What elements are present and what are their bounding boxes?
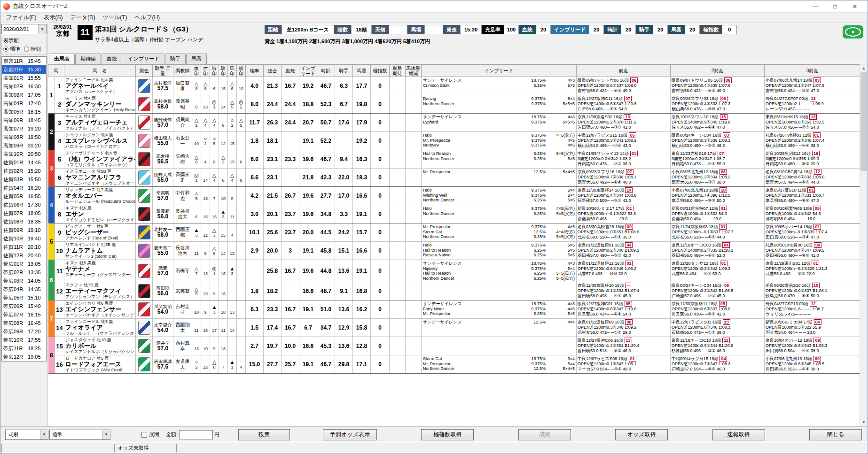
inbreed-cross: 5+5(父方) — [546, 151, 575, 156]
race-list-item[interactable]: 高知09R20:20 — [2, 141, 46, 150]
col-prev2: 2前走 — [671, 65, 765, 77]
jockey-silks-icon — [138, 79, 150, 93]
race-list-item[interactable]: 帯広11R18:25 — [2, 344, 46, 353]
race-list-item[interactable]: 佐賀03R15:50 — [2, 175, 46, 184]
race-list-item[interactable]: 高知01R15:55 — [2, 74, 46, 82]
scroll-up-icon[interactable]: ▲ — [860, 64, 868, 72]
table-row[interactable]: 8キズナ 牝6 鹿エサンメイショウドモビレ（ハーツクライ）斎藤新56.0長谷川浩… — [48, 205, 860, 223]
inbreed-percent: 6.25% — [525, 83, 546, 88]
order-radio[interactable]: 標準 — [3, 46, 20, 53]
maximize-button[interactable]: □ — [825, 0, 845, 13]
table-row[interactable]: 611キズナ 牡5 黒鹿ヤテナメステラーホープ（グラスワンダー）武豊57.0石橋… — [48, 260, 860, 282]
table-row[interactable]: 16ロードカナロア 牡5 鹿ロードフォアエースイトワズマジック (War Fro… — [48, 355, 860, 374]
order-radio[interactable]: 時刻 — [24, 46, 41, 53]
scroll-down-icon[interactable]: ▼ — [860, 418, 868, 426]
odds-get-button[interactable]: オッズ取得 — [615, 429, 668, 440]
kyokushisu-get-button[interactable]: 極指数取得 — [421, 429, 474, 440]
race-list-item[interactable]: 佐賀06R17:30 — [2, 200, 46, 209]
amount-input[interactable] — [179, 430, 213, 439]
race-list-item[interactable]: 佐賀12R20:40 — [2, 251, 46, 260]
table-row[interactable]: 6イスラボニータ 牝5B 芦ヤマニンアルリフラヤマニンパピオネ（スウェプトオーヴ… — [48, 169, 860, 187]
tab-syutsuba[interactable]: 出馬表 — [49, 54, 75, 64]
race-list-item[interactable]: 佐賀11R20:10 — [2, 243, 46, 251]
scrollbar-thumb[interactable] — [860, 72, 867, 171]
race-list-item[interactable]: 帯広07R16:15 — [2, 310, 46, 319]
bet-type-select[interactable]: 式別 ▼ — [5, 430, 48, 440]
race-list-item[interactable]: 帯広10R17:55 — [2, 336, 46, 344]
race-list-item[interactable]: 高知02R16:30 — [2, 82, 46, 91]
tab-kishu[interactable]: 騎手 — [165, 54, 186, 64]
race-list-item[interactable]: 佐賀08R18:35 — [2, 217, 46, 226]
tab-umaban[interactable]: 馬番 — [186, 54, 207, 64]
race-list-item[interactable]: 佐賀09R19:10 — [2, 226, 46, 234]
table-row[interactable]: 10リアルインパクト 牡5B 鹿ナムラアトムサンクイーン2 (Storm Cat… — [48, 242, 860, 260]
table-row[interactable]: 11ファインニードル 牡4 栗アグネールベイアグバス（ハーツクライ）吉村智洋57… — [48, 77, 860, 95]
menu-tools[interactable]: ツール(T) — [99, 14, 131, 22]
menu-view[interactable]: 表示(S) — [40, 14, 66, 22]
sokuho-get-button[interactable]: 速報取得 — [712, 429, 765, 440]
table-row[interactable]: 47リオンディーズ 牡7 黒鹿オタルエバールージュジュール (Redoute's… — [48, 187, 860, 205]
race-list-item[interactable]: 高知06R18:45 — [2, 116, 46, 124]
finish-position-badge: 01 — [813, 224, 821, 230]
race-list-item[interactable]: 帯広02R13:35 — [2, 268, 46, 277]
race-list-item[interactable]: 帯広01R13:05 — [2, 260, 46, 268]
menu-file[interactable]: ファイル(F) — [2, 14, 40, 22]
race-list-item[interactable]: 高知04R17:40 — [2, 99, 46, 108]
mark-cell: 9 — [210, 282, 219, 300]
race-list-item[interactable]: 高知10R20:50 — [2, 150, 46, 158]
race-list-item[interactable]: 佐賀04R16:20 — [2, 184, 46, 192]
table-row[interactable]: 35スワーヴリチャード 牝4 青（地）ウインファイアライトコスモリジタル（マイネ… — [48, 150, 860, 169]
menu-data[interactable]: データ(D) — [66, 14, 99, 22]
info-value — [389, 25, 407, 34]
race-list-item[interactable]: 帯広08R16:45 — [2, 319, 46, 327]
race-list-item[interactable]: 佐賀01R14:45 — [2, 158, 46, 167]
tab-kitaichi[interactable]: 期待値 — [75, 54, 101, 64]
menu-help[interactable]: ヘルプ(H) — [131, 14, 164, 22]
mode-select[interactable]: 通常 ▼ — [49, 430, 110, 440]
race-list-item[interactable]: 佐賀07R18:05 — [2, 209, 46, 217]
race-list-item[interactable]: 佐賀05R16:55 — [2, 192, 46, 200]
date-select[interactable]: 2026/02/01 ▼ — [1, 24, 47, 34]
race-list-item[interactable]: 帯広09R17:20 — [2, 327, 46, 336]
table-row[interactable]: 12マクフィ 牡7B 鹿エーティーマクフィアシンシランマン（テレグノシス）富田暁… — [48, 282, 860, 300]
race-list-item[interactable]: 高知07R19:20 — [2, 124, 46, 133]
venue-name: 京都 — [50, 30, 75, 38]
col-inbreed-detail: インブリード — [422, 65, 577, 77]
race-list-item[interactable]: 佐賀02R15:20 — [2, 167, 46, 175]
value-cell: 6.3 — [246, 300, 264, 319]
race-list-item[interactable]: 東京11R15:45 — [2, 57, 46, 65]
race-list-item[interactable]: 帯広03R14:05 — [2, 277, 46, 285]
table-row[interactable]: 2モーリス 牡4 鹿ダノンマッキンリーホームカミングクイーン (Holy Rom… — [48, 95, 860, 114]
weight-change-cell — [406, 95, 422, 114]
table-row[interactable]: 713エイシンヒカリ 牝6 黒鹿エイシンフェンサーエーシンパナギア（エイシンサン… — [48, 300, 860, 319]
tab-inbreed[interactable]: インブリード — [123, 54, 164, 64]
minimize-button[interactable]: — — [805, 0, 825, 13]
race-list-item[interactable]: 高知08R19:50 — [2, 133, 46, 141]
race-list-item[interactable]: 佐賀10R19:40 — [2, 234, 46, 243]
race-list-item[interactable]: 帯広06R15:40 — [2, 302, 46, 310]
predict-odds-button[interactable]: 予測オッズ表示 — [323, 429, 377, 440]
vote-button[interactable]: 投票 — [238, 429, 290, 440]
vertical-scrollbar[interactable]: ▲ ▼ — [860, 64, 868, 426]
horse-name-cell: リオンディーズ 牡7 黒鹿オタルエバールージュジュール (Redoute's C… — [64, 187, 136, 205]
table-row[interactable]: 4シュヴァルグラン 牝4 鹿エスプレッシヴベルスハロネラ（ロードカナロア）横山琉… — [48, 132, 860, 150]
race-list-item[interactable]: 帯広12R19:05 — [2, 353, 46, 361]
info-value: 15:30 — [460, 25, 482, 34]
race-list-item[interactable]: 帯広05R15:10 — [2, 293, 46, 302]
mark-cell: △6 — [192, 150, 201, 169]
race-list-item[interactable]: 高知03R17:05 — [2, 91, 46, 99]
close-button[interactable]: 閉じる — [809, 429, 862, 440]
table-row[interactable]: 815ジャスタウェイ 牡10 鹿カリボールレイズアントルポ（サクラバクシンオー）… — [48, 337, 860, 355]
race-list-item[interactable]: 高知05R18:15 — [2, 108, 46, 116]
race-list-item[interactable]: 帯広04R14:35 — [2, 285, 46, 293]
tab-ketto[interactable]: 血統 — [102, 54, 122, 64]
race-list-item[interactable]: 京都11R15:30 — [2, 65, 46, 74]
race-name: 高知03R — [3, 92, 28, 99]
close-button[interactable]: ✕ — [845, 0, 865, 13]
table-row[interactable]: 23モーリス 牡4 鹿アルティヴェローチェクルミナル（ディープインパクト）国分優… — [48, 114, 860, 132]
expand-checkbox[interactable] — [141, 432, 147, 438]
table-row[interactable]: 59ビッグアーサー 牡6 芦ビッグシーザーアナヘレンド (Tale of Eka… — [48, 223, 860, 242]
inbreed-ancestor: Mr. Prospector — [423, 138, 525, 143]
table-row[interactable]: 14ファインニードル 牝5 栗フィオライアフルールシチー（サクラバクシンオー）太… — [48, 319, 860, 337]
value-cell: 0 — [371, 95, 390, 114]
